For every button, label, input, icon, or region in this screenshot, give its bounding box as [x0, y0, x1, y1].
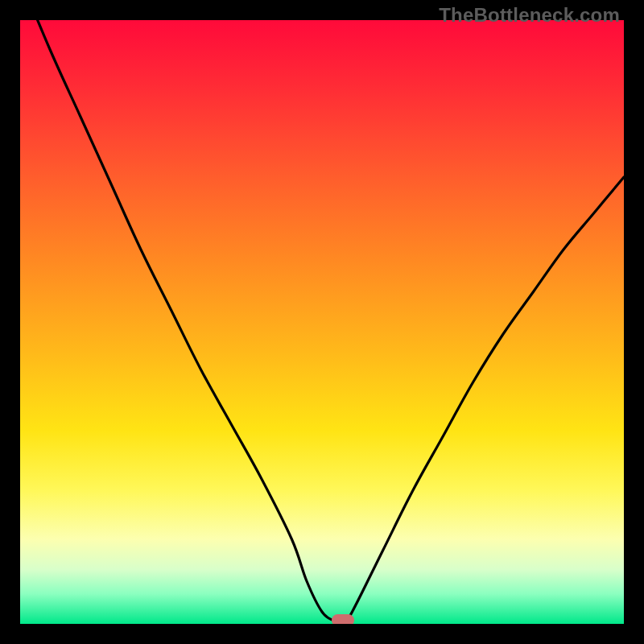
chart-stage: TheBottleneck.com — [0, 0, 644, 644]
bottleneck-curve — [20, 20, 624, 624]
watermark-text: TheBottleneck.com — [439, 4, 620, 27]
minimum-marker — [332, 614, 354, 624]
plot-area — [20, 20, 624, 624]
